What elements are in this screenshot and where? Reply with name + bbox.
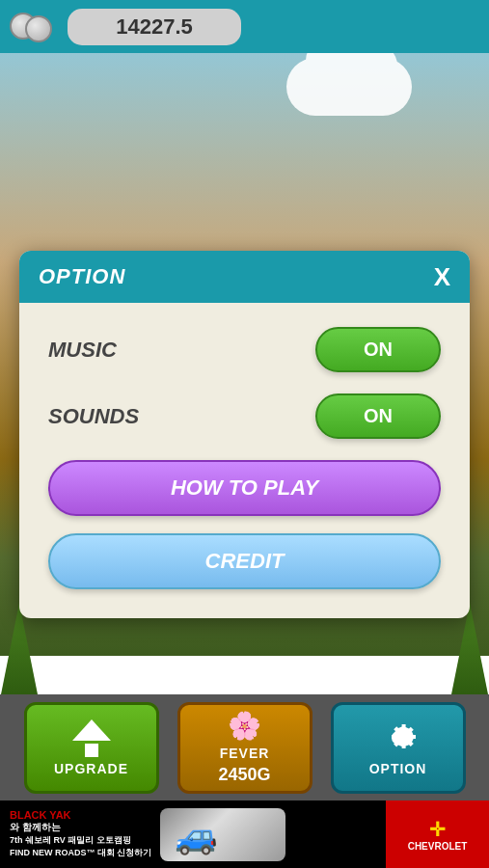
modal-title: OPTION [39,264,125,289]
music-toggle[interactable]: ON [315,327,441,372]
sounds-toggle[interactable]: ON [315,393,441,439]
chevrolet-text: CHEVROLET [408,841,468,852]
cloud-decoration [286,58,412,116]
chevrolet-logo: ✛ CHEVROLET [386,800,489,868]
ad-banner[interactable]: BLACK YAK 와 함께하는 7th 쉐보레 RV 패밀리 오토캠핑 FIN… [0,800,489,868]
score-value: 14227.5 [116,14,193,39]
ad-text-2: 7th 쉐보레 RV 패밀리 오토캠핑 [10,834,152,847]
modal-body: MUSIC ON SOUNDS ON HOW TO PLAY CREDIT [19,303,470,618]
fever-label: FEVER [220,746,270,761]
upgrade-arrow-icon [72,719,111,741]
ad-text-1: 와 함께하는 [10,821,152,834]
modal-container: OPTION X MUSIC ON SOUNDS ON HOW TO PLAY … [19,251,470,618]
fever-icon: 🌸 [228,710,261,742]
bottom-bar: UPGRADE 🌸 FEVER 2450G OPTION [0,694,489,800]
upgrade-button[interactable]: UPGRADE [24,702,159,794]
coin-2 [25,15,52,42]
coins-icon [10,8,58,46]
top-bar: 14227.5 [0,0,489,53]
music-label: MUSIC [48,338,117,363]
fever-button[interactable]: 🌸 FEVER 2450G [177,702,312,794]
sounds-label: SOUNDS [48,404,139,429]
ad-car-image [160,808,285,861]
score-display: 14227.5 [68,9,241,45]
music-row: MUSIC ON [48,327,441,372]
upgrade-arrow-stem [85,744,98,757]
gear-icon [379,719,418,757]
fever-value: 2450G [218,765,270,785]
credit-button[interactable]: CREDIT [48,533,441,589]
options-modal: OPTION X MUSIC ON SOUNDS ON HOW TO PLAY … [19,251,470,618]
option-label: OPTION [369,761,427,776]
how-to-play-button[interactable]: HOW TO PLAY [48,460,441,516]
modal-header: OPTION X [19,251,470,303]
ad-brand: BLACK YAK [10,809,152,821]
option-button[interactable]: OPTION [331,702,466,794]
sounds-row: SOUNDS ON [48,393,441,439]
close-button[interactable]: X [434,264,450,289]
upgrade-label: UPGRADE [54,761,128,776]
ad-content: BLACK YAK 와 함께하는 7th 쉐보레 RV 패밀리 오토캠핑 FIN… [0,800,386,868]
ad-tagline: FIND NEW ROADS™ 대회 신청하기 [10,847,152,859]
